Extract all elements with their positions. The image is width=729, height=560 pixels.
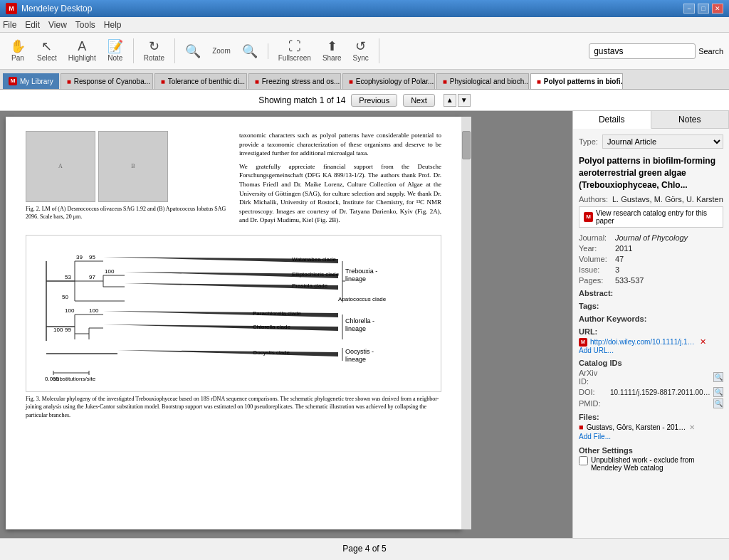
menu-view[interactable]: View: [48, 20, 67, 30]
authors-value: L. Gustavs, M. Görs, U. Karsten: [612, 195, 723, 204]
tab-label-6: Polyol patterns in biofi...: [544, 78, 623, 85]
title-bar: M Mendeley Desktop − □ ✕: [0, 0, 729, 17]
tab-pdf-icon-2: ■: [161, 78, 165, 85]
highlight-icon: A: [78, 40, 86, 53]
minimize-button[interactable]: −: [683, 4, 695, 14]
tab-label-2: Tolerance of benthic di...: [168, 78, 245, 85]
svg-marker-42: [117, 350, 338, 356]
pdf-text-1: taxonomic characters such as polyol patt…: [239, 131, 441, 158]
pan-button[interactable]: ✋ Pan: [6, 38, 30, 63]
note-button[interactable]: 📝 Note: [103, 38, 127, 63]
search-input[interactable]: [589, 43, 696, 59]
zoom-in-icon: 🔍: [242, 45, 258, 58]
next-button[interactable]: Next: [403, 94, 435, 107]
phylo-figure: Trebouxia - lineage Chlorella - lineage …: [26, 235, 441, 419]
type-label: Type:: [579, 137, 598, 146]
svg-text:Parachlorella clade: Parachlorella clade: [253, 310, 302, 317]
share-button[interactable]: ⬆ Share: [318, 38, 346, 63]
type-select[interactable]: Journal Article: [602, 134, 723, 149]
fig3-caption: Fig. 3. Molecular phylogeny of the inves…: [26, 395, 441, 419]
tab-label-1: Response of Cyanoba...: [74, 78, 150, 85]
scroll-up-button[interactable]: ▲: [444, 94, 456, 107]
catalog-ids-label: Catalog IDs: [579, 359, 723, 367]
volume-value: 47: [615, 255, 624, 263]
pdf-page[interactable]: A B Fig. 2. LM of (A) Desmococcus olivac…: [6, 117, 461, 529]
issue-value: 3: [615, 265, 619, 274]
url-icon: M: [579, 338, 587, 347]
pmid-search-button[interactable]: 🔍: [713, 398, 723, 408]
svg-text:lineage: lineage: [345, 356, 366, 363]
notes-tab[interactable]: Notes: [651, 111, 730, 128]
arxiv-search-button[interactable]: 🔍: [713, 372, 723, 382]
tab-physiological[interactable]: ■ Physiological and bioch... ✕: [436, 73, 529, 89]
volume-label: Volume:: [579, 255, 611, 263]
svg-text:Prasiola clade: Prasiola clade: [292, 282, 328, 289]
unpublished-checkbox[interactable]: [579, 456, 588, 465]
app-icon: M: [6, 3, 17, 14]
svg-text:95: 95: [89, 254, 95, 260]
svg-marker-33: [103, 311, 338, 317]
add-url-link[interactable]: Add URL...: [579, 347, 723, 354]
app-title: Mendeley Desktop: [21, 4, 92, 14]
menu-help[interactable]: Help: [104, 20, 122, 30]
tab-cyanoba[interactable]: ■ Response of Cyanoba... ✕: [61, 73, 153, 89]
abstract-section-label: Abstract:: [579, 289, 723, 297]
scroll-down-button[interactable]: ▼: [458, 94, 471, 107]
add-file-link[interactable]: Add File...: [579, 433, 723, 440]
close-button[interactable]: ✕: [712, 4, 723, 14]
rotate-icon: ↻: [149, 40, 159, 53]
svg-text:97: 97: [89, 274, 95, 280]
menu-edit[interactable]: Edit: [25, 20, 40, 30]
menu-file[interactable]: File: [3, 20, 16, 30]
details-tab[interactable]: Details: [573, 111, 651, 129]
doi-value: 10.1111/j.1529-8817.2011.00979.x: [610, 389, 710, 396]
tab-polyol[interactable]: ■ Polyol patterns in biofi... ✕: [530, 73, 623, 89]
arxiv-label: ArXiv ID:: [579, 369, 607, 386]
status-bar: Page 4 of 5: [0, 538, 729, 558]
scrollbar-thumb[interactable]: [462, 131, 471, 159]
fullscreen-button[interactable]: ⛶ Fullscreen: [274, 38, 315, 63]
svg-text:Chlorella -: Chlorella -: [345, 317, 374, 324]
doi-search-button[interactable]: 🔍: [713, 387, 723, 397]
url-remove-icon[interactable]: ✕: [700, 337, 706, 347]
file-name[interactable]: Gustavs, Görs, Karsten - 2011 - Polyol p…: [587, 423, 686, 431]
svg-text:Apatococcus clade: Apatococcus clade: [338, 296, 387, 302]
rotate-button[interactable]: ↻ Rotate: [140, 38, 169, 63]
pdf-scrollbar[interactable]: [461, 117, 471, 529]
tags-section-label: Tags:: [579, 302, 723, 310]
select-button[interactable]: ↖ Select: [33, 38, 61, 63]
match-count: Showing match 1 of 14: [258, 95, 345, 105]
svg-text:100: 100: [65, 307, 75, 314]
svg-text:Elliptochloris clade: Elliptochloris clade: [292, 271, 340, 278]
tab-benthic[interactable]: ■ Tolerance of benthic di... ✕: [154, 73, 247, 89]
url-value[interactable]: http://doi.wiley.com/10.1111/j.1529-8817…: [590, 338, 697, 346]
zoom-button[interactable]: Zoom: [208, 46, 235, 56]
doi-label: DOI:: [579, 388, 607, 396]
view-catalog-button[interactable]: M View research catalog entry for this p…: [579, 206, 723, 228]
pdf-text-2: We gratefully appreciate financial suppo…: [239, 162, 441, 225]
tab-pdf-icon-1: ■: [67, 78, 71, 85]
journal-label: Journal:: [579, 233, 611, 242]
svg-text:39: 39: [76, 254, 83, 260]
menu-tools[interactable]: Tools: [75, 20, 95, 30]
year-value: 2011: [615, 244, 632, 253]
zoom-out-button[interactable]: 🔍: [181, 43, 205, 59]
highlight-button[interactable]: A Highlight: [64, 38, 100, 63]
maximize-button[interactable]: □: [698, 4, 709, 14]
tab-ecophysiology[interactable]: ■ Ecophysiology of Polar... ✕: [342, 73, 435, 89]
svg-text:53: 53: [65, 274, 71, 280]
pdf-col-left: A B Fig. 2. LM of (A) Desmococcus olivac…: [26, 131, 228, 229]
figure-2b: B: [98, 131, 168, 202]
tab-pdf-icon-6: ■: [537, 78, 541, 85]
sync-button[interactable]: ↺ Sync: [349, 38, 373, 63]
previous-button[interactable]: Previous: [351, 94, 397, 107]
tab-pdf-icon-5: ■: [443, 78, 447, 85]
toolbar: ✋ Pan ↖ Select A Highlight 📝 Note ↻ Rota…: [0, 33, 729, 70]
zoom-out-icon: 🔍: [185, 45, 201, 58]
zoom-in-button[interactable]: 🔍: [238, 43, 262, 59]
year-label: Year:: [579, 244, 611, 253]
file-remove-icon[interactable]: ✕: [689, 423, 695, 431]
tab-label-4: Ecophysiology of Polar...: [356, 78, 434, 85]
my-library-tab[interactable]: M My Library: [3, 73, 59, 89]
tab-freezing[interactable]: ■ Freezing stress and os... ✕: [248, 73, 341, 89]
